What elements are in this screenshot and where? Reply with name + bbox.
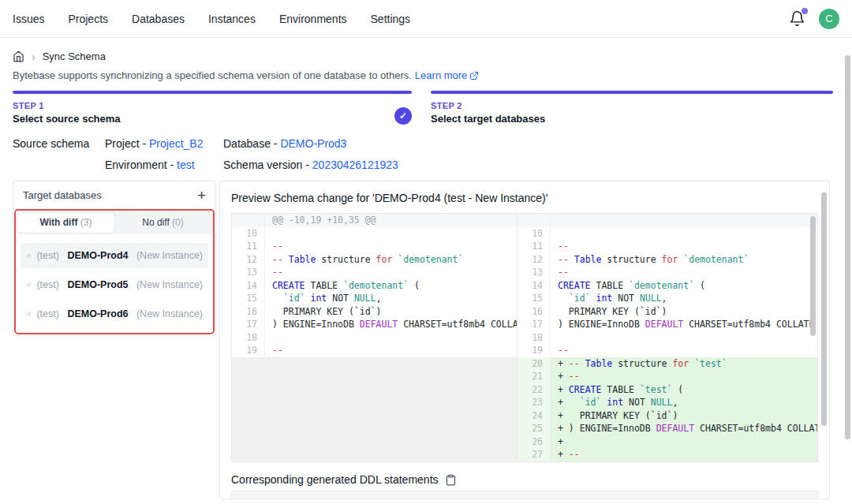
code-line: 19-- — [232, 344, 517, 357]
target-database-item[interactable]: (test) DEMO-Prod4 (New Instance) — [21, 243, 208, 268]
target-panel-title: Target databases — [23, 189, 102, 201]
avatar[interactable]: C — [819, 9, 839, 29]
external-link-icon — [469, 71, 479, 80]
line-number: 18 — [518, 331, 551, 345]
token: CHARSET=utf8mb4 COLLATE — [398, 319, 517, 330]
line-content: PRIMARY KEY (`id`) — [551, 305, 817, 319]
code-line: 27+ -- — [518, 448, 817, 461]
code-line: 18 — [518, 331, 817, 345]
step-title: Select target databases — [431, 113, 833, 125]
token: -- — [558, 241, 569, 252]
line-number-gutter — [518, 214, 551, 227]
line-number: 19 — [518, 344, 551, 357]
copy-ddl-button[interactable] — [445, 474, 457, 486]
source-field-name: Schema version - — [223, 159, 312, 171]
token: TABLE — [591, 280, 629, 291]
nav-item-issues[interactable]: Issues — [13, 13, 44, 25]
nav-item-databases[interactable]: Databases — [132, 13, 185, 25]
token: `id` — [580, 397, 602, 408]
line-content: -- — [551, 240, 817, 253]
step-progress-bar — [13, 91, 412, 94]
tab-no-diff[interactable]: No diff (0) — [114, 212, 211, 233]
ddl-code-block — [231, 491, 818, 499]
item-environment: (test) — [36, 279, 62, 290]
mysql-dolphin-icon — [26, 279, 31, 291]
line-number: 14 — [232, 279, 265, 293]
line-content: -- — [265, 344, 517, 357]
line-number: 10 — [518, 227, 551, 241]
line-number: 17 — [518, 318, 551, 331]
source-field-value-link[interactable]: Project_B2 — [149, 137, 203, 150]
token: NULL — [354, 293, 376, 304]
empty-region — [232, 357, 517, 462]
nav-item-instances[interactable]: Instances — [208, 13, 256, 25]
line-number: 14 — [518, 279, 551, 293]
learn-more-link[interactable]: Learn more — [415, 69, 479, 81]
token: `demotenant` — [629, 280, 694, 291]
diff-scrollbar[interactable] — [810, 216, 816, 336]
added-prefix: + — [558, 358, 569, 369]
code-line: 26+ — [518, 435, 817, 449]
tab-count: (3) — [80, 217, 92, 228]
line-number: 25 — [518, 422, 551, 435]
source-field-environment: Environment - test — [105, 159, 223, 171]
line-number: 24 — [518, 409, 551, 423]
hunk-header-text — [551, 214, 817, 227]
token: PRIMARY KEY (`id`) — [272, 306, 381, 317]
nav-item-settings[interactable]: Settings — [371, 13, 411, 25]
token: PRIMARY KEY (`id`) — [558, 306, 667, 317]
page-scrollbar[interactable] — [845, 55, 850, 439]
code-line: 12-- Table structure for `demotenant` — [232, 253, 517, 267]
line-number: 17 — [232, 318, 265, 331]
source-field-name: Project - — [105, 137, 149, 150]
target-database-item[interactable]: (test) DEMO-Prod6 (New Instance) — [21, 301, 208, 327]
line-content: CREATE TABLE `demotenant` ( — [265, 279, 517, 293]
item-environment: (test) — [36, 308, 62, 319]
source-field-schema-version: Schema version - 20230426121923 — [223, 159, 398, 171]
line-number: 15 — [518, 292, 551, 305]
token — [569, 397, 580, 408]
nav-item-environments[interactable]: Environments — [279, 13, 347, 25]
tab-with-diff[interactable]: With diff (3) — [17, 212, 114, 233]
code-line: 16 PRIMARY KEY (`id`) — [232, 305, 517, 319]
token: ) ENGINE=InnoDB — [569, 423, 656, 434]
tab-label: With diff — [40, 217, 80, 228]
nav-right: C — [789, 9, 839, 29]
source-field-value-link[interactable]: test — [177, 159, 195, 171]
code-line: 22+ CREATE TABLE `test` ( — [518, 383, 817, 397]
notification-bell-button[interactable] — [789, 10, 806, 28]
clipboard-icon — [445, 474, 457, 486]
line-content — [551, 227, 817, 241]
line-number: 12 — [232, 253, 265, 267]
code-line: 25+ ) ENGINE=InnoDB DEFAULT CHARSET=utf8… — [518, 422, 817, 435]
code-line: 11-- — [518, 240, 817, 253]
token: ( — [694, 280, 705, 291]
add-target-button[interactable]: + — [197, 188, 206, 203]
code-line: 15 `id` int NOT NULL, — [232, 292, 517, 305]
code-line: 14CREATE TABLE `demotenant` ( — [518, 279, 817, 293]
token: structure — [612, 358, 672, 369]
line-content: CREATE TABLE `demotenant` ( — [551, 279, 817, 293]
token: PRIMARY KEY (`id`) — [569, 410, 678, 421]
source-field-value-link[interactable]: 20230426121923 — [312, 159, 398, 171]
added-prefix: + — [558, 397, 569, 408]
line-number: 13 — [232, 266, 265, 279]
target-database-list: (test) DEMO-Prod4 (New Instance)(test) D… — [16, 234, 213, 328]
token: int — [311, 293, 327, 304]
step-1: STEP 1Select source schema✓ — [13, 91, 412, 125]
source-field-name: Environment - — [105, 159, 177, 171]
home-icon[interactable] — [13, 50, 24, 62]
source-field-value-link[interactable]: DEMO-Prod3 — [280, 137, 346, 150]
item-database-name: DEMO-Prod5 — [67, 279, 128, 290]
code-line: 13-- — [518, 266, 817, 279]
code-line: 24+ PRIMARY KEY (`id`) — [518, 409, 817, 423]
line-content: + CREATE TABLE `test` ( — [551, 383, 817, 397]
target-database-item[interactable]: (test) DEMO-Prod5 (New Instance) — [21, 272, 208, 297]
diff-filter-tabs: With diff (3)No diff (0) — [16, 211, 213, 234]
token: int — [607, 397, 623, 408]
line-number: 20 — [518, 357, 551, 371]
panel-scrollbar[interactable] — [821, 192, 827, 426]
token: CREATE — [272, 280, 305, 291]
nav-items: IssuesProjectsDatabasesInstancesEnvironm… — [13, 13, 410, 25]
nav-item-projects[interactable]: Projects — [68, 13, 108, 25]
